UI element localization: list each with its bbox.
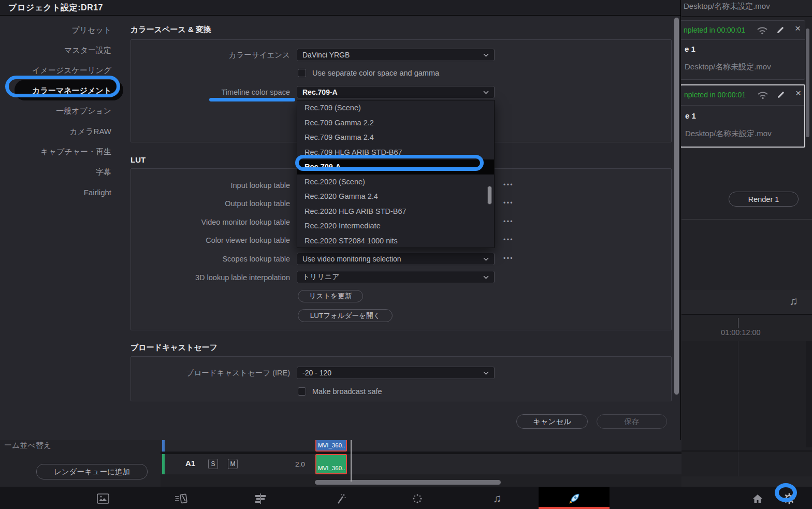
render-job-card-selected[interactable]: npleted in 00:00:01 × e 1 Desktop/名称未設定.… (680, 84, 805, 148)
dialog-scrollbar[interactable] (674, 18, 679, 395)
track-name: A1 (185, 459, 195, 468)
chevron-down-icon (483, 53, 489, 57)
audio-track-row[interactable]: A1 S M 2.0 (161, 454, 682, 474)
broadcast-ire-label: ブロードキャストセーフ (IRE) (130, 368, 290, 378)
solo-button[interactable]: S (208, 459, 218, 469)
render-button[interactable]: Render 1 (729, 192, 799, 207)
divider (682, 16, 812, 17)
separate-gamma-checkbox[interactable] (298, 69, 306, 77)
input-lut-menu-button[interactable]: ••• (499, 180, 518, 190)
menu-option[interactable]: Rec.709 (Scene) (297, 100, 494, 115)
audio-track-color-strip (162, 454, 165, 474)
divider (682, 219, 812, 220)
menu-option[interactable]: Rec.709 Gamma 2.2 (297, 115, 494, 130)
sidebar-item-camera-raw[interactable]: カメラRAW (0, 126, 111, 137)
video-monitor-lut-menu-button[interactable]: ••• (499, 217, 518, 226)
music-note-icon: ♫ (789, 295, 798, 308)
job-status-completed: npleted in 00:00:01 (684, 26, 745, 34)
mute-button[interactable]: M (228, 459, 238, 469)
menu-option[interactable]: Rec.2020 (Scene) (297, 174, 494, 190)
home-icon[interactable] (750, 491, 765, 506)
edit-job-pencil-icon[interactable] (776, 25, 785, 35)
lut-interp-label: 3D lookup lable interpolation (130, 272, 290, 283)
remove-job-close-icon[interactable]: × (795, 88, 801, 99)
color-page-icon[interactable] (410, 491, 425, 506)
sidebar-item-image-scaling[interactable]: イメージスケーリング (0, 65, 111, 76)
sidebar-item-master-settings[interactable]: マスター設定 (0, 45, 111, 56)
timeline-color-space-label: Timeline color space (130, 87, 290, 97)
menu-option[interactable]: Rec.709 HLG ARIB STD-B67 (297, 145, 494, 160)
refresh-lut-list-button[interactable]: リストを更新 (298, 290, 363, 302)
sidebar-item-presets[interactable]: プリセット (0, 24, 111, 36)
audio-meter-bar: ♫ (682, 290, 812, 315)
job-name: e 1 (685, 45, 695, 53)
menu-option[interactable]: Rec.2020 Intermediate (297, 219, 494, 234)
timeline-horizontal-scrollbar[interactable] (315, 480, 501, 485)
sidebar-item-capture-playback[interactable]: キャプチャー・再生 (0, 146, 111, 157)
remove-job-close-icon[interactable]: × (795, 23, 801, 34)
sidebar-item-color-management[interactable]: カラーマネージメント (0, 85, 111, 96)
color-science-label: カラーサイエンス (130, 50, 290, 60)
sidebar-item-general-options[interactable]: 一般オプション (0, 105, 111, 117)
color-science-dropdown[interactable]: DaVinci YRGB (297, 49, 495, 61)
playhead[interactable] (351, 438, 352, 482)
section-title-broadcast: ブロードキャストセーフ (130, 343, 218, 353)
fusion-page-icon[interactable] (333, 491, 347, 506)
davinci-resolve-window: Desktop/名称未設定.mov npleted in 00:00:01 × … (0, 0, 812, 509)
render-job-card[interactable]: npleted in 00:00:01 × e 1 Desktop/名称未設定.… (680, 20, 805, 80)
edit-job-pencil-icon[interactable] (776, 90, 786, 99)
menu-option[interactable]: Rec.2020 HLG ARIB STD-B67 (297, 204, 494, 219)
fairlight-page-icon[interactable]: ♫ (490, 491, 504, 506)
dialog-title: プロジェクト設定:DR17 (8, 3, 103, 13)
menu-option[interactable]: Rec.2020 ST2084 1000 nits (297, 234, 494, 249)
lut-interp-dropdown[interactable]: トリリニア (297, 271, 495, 283)
job-path: Desktop/名称未設定.mov (685, 62, 771, 72)
timeline-canvas[interactable] (682, 341, 812, 476)
menu-scrollbar[interactable] (487, 186, 492, 205)
timeline-gridline (738, 341, 738, 476)
scopes-lut-menu-button[interactable]: ••• (499, 254, 518, 263)
save-button[interactable]: 保存 (597, 414, 667, 429)
divider (682, 450, 812, 452)
media-pool-icon[interactable] (96, 491, 110, 506)
render-queue-scrollbar[interactable] (806, 28, 809, 137)
track-gain-value: 2.0 (295, 460, 305, 468)
section-title-colorspace: カラースペース & 変換 (130, 25, 211, 35)
partial-option-text: ーム並べ替え (4, 441, 51, 450)
audio-clip[interactable]: MVI_360.. (315, 454, 347, 474)
scopes-lut-label: Scopes lookup table (130, 254, 290, 264)
menu-option[interactable]: Rec.2020 Gamma 2.4 (297, 189, 494, 204)
broadcast-ire-dropdown[interactable]: -20 - 120 (297, 367, 495, 379)
separate-gamma-label: Use separate color space and gamma (312, 68, 439, 78)
chevron-down-icon (483, 275, 489, 279)
output-lut-label: Output lookup table (130, 198, 290, 209)
sidebar-item-fairlight[interactable]: Fairlight (0, 187, 111, 198)
make-broadcast-safe-label: Make broadcast safe (312, 386, 382, 397)
remote-render-wifi-icon[interactable] (757, 90, 769, 100)
color-viewer-lut-menu-button[interactable]: ••• (499, 235, 518, 244)
section-title-lut: LUT (130, 155, 146, 164)
sidebar-item-subtitles[interactable]: 字幕 (0, 166, 111, 178)
scopes-lut-dropdown[interactable]: Use video monitoring selection (297, 253, 495, 265)
menu-option[interactable]: Rec.709 Gamma 2.4 (297, 130, 494, 145)
timeline-color-space-dropdown[interactable]: Rec.709-A (297, 86, 495, 98)
add-to-render-queue-button[interactable]: レンダーキューに追加 (36, 464, 148, 479)
color-viewer-lut-label: Color viewer lookup table (130, 235, 290, 245)
output-lut-menu-button[interactable]: ••• (499, 198, 518, 208)
open-lut-folder-button[interactable]: LUTフォルダーを開く (298, 309, 393, 322)
chevron-down-icon (483, 91, 489, 94)
remote-render-wifi-icon[interactable] (756, 25, 769, 35)
input-lut-label: Input lookup table (130, 180, 290, 191)
cut-page-icon[interactable] (174, 491, 189, 506)
video-monitor-lut-label: Video monitor lookup table (130, 217, 290, 227)
cancel-button[interactable]: キャンセル (516, 414, 588, 429)
render-job-path-partial: Desktop/名称未設定.mov (684, 2, 770, 11)
edit-page-icon[interactable] (253, 491, 268, 506)
make-broadcast-safe-checkbox[interactable] (298, 387, 306, 396)
deliver-page-icon[interactable] (567, 491, 582, 506)
timecode-label: 01:00:12:00 (721, 328, 761, 337)
project-settings-gear-icon[interactable] (782, 491, 796, 506)
project-settings-dialog: プロジェクト設定:DR17 プリセット マスター設定 イメージスケーリング カラ… (0, 0, 681, 440)
menu-option-selected[interactable]: Rec.709-A (297, 159, 494, 174)
page-toolbar: ♫ (0, 487, 812, 509)
